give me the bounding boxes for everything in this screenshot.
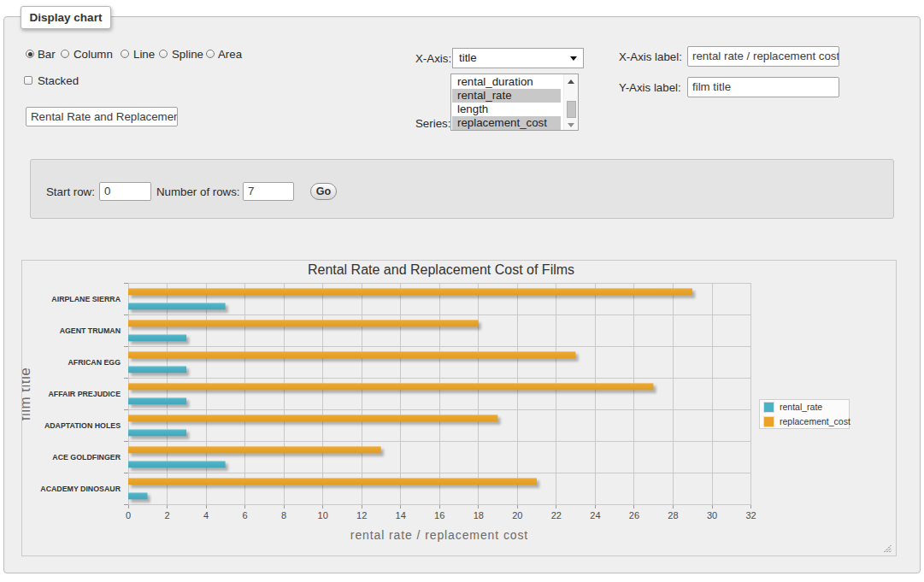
svg-text:2: 2 [164, 510, 169, 520]
svg-text:18: 18 [474, 510, 484, 520]
svg-text:10: 10 [318, 510, 328, 520]
svg-text:16: 16 [434, 510, 444, 520]
svg-text:ACADEMY DINOSAUR: ACADEMY DINOSAUR [40, 485, 121, 493]
svg-text:Rental Rate and Replacement Co: Rental Rate and Replacement Cost of Film… [308, 262, 574, 277]
svg-text:8: 8 [281, 510, 286, 520]
svg-text:22: 22 [551, 510, 562, 520]
svg-text:20: 20 [512, 510, 522, 520]
svg-text:14: 14 [396, 510, 406, 520]
svg-text:ADAPTATION HOLES: ADAPTATION HOLES [44, 421, 121, 430]
svg-text:24: 24 [590, 510, 600, 520]
svg-text:32: 32 [745, 510, 756, 520]
svg-text:12: 12 [356, 510, 367, 520]
svg-text:AGENT TRUMAN: AGENT TRUMAN [60, 326, 121, 335]
svg-text:ACE GOLDFINGER: ACE GOLDFINGER [52, 453, 121, 461]
svg-text:28: 28 [668, 510, 678, 520]
svg-text:30: 30 [707, 510, 717, 520]
svg-text:AFFAIR PREJUDICE: AFFAIR PREJUDICE [48, 390, 121, 398]
svg-text:rental rate / replacement cost: rental rate / replacement cost [350, 528, 528, 542]
svg-text:rental_rate: rental_rate [780, 402, 822, 412]
svg-text:26: 26 [629, 510, 639, 520]
svg-text:replacement_cost: replacement_cost [780, 416, 850, 426]
svg-text:AIRPLANE SIERRA: AIRPLANE SIERRA [51, 295, 121, 303]
svg-text:0: 0 [126, 510, 131, 520]
svg-text:film title: film title [22, 367, 33, 421]
svg-text:AFRICAN EGG: AFRICAN EGG [68, 358, 121, 367]
svg-text:4: 4 [203, 510, 209, 520]
svg-text:6: 6 [243, 510, 248, 520]
